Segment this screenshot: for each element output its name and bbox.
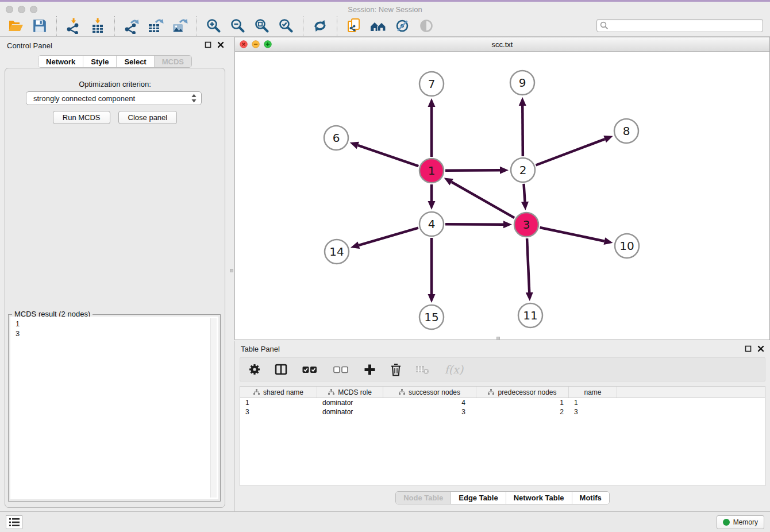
panel-splitter-vertical[interactable] [230,37,234,511]
first-neighbors-icon[interactable] [368,16,388,36]
table-row[interactable]: 3 dominator 3 2 3 [240,407,765,417]
search-input[interactable] [596,19,763,32]
export-network-icon[interactable] [122,16,141,36]
graph-node-11[interactable]: 11 [518,303,542,327]
graph-edge-4-15[interactable] [428,238,436,303]
cell-mcds-role[interactable]: dominator [317,399,383,407]
split-columns-icon[interactable] [274,362,288,377]
close-panel-icon[interactable] [217,41,224,48]
select-all-icon[interactable] [300,362,319,377]
graph-edge-2-8[interactable] [536,136,613,165]
table-row[interactable]: 1 dominator 4 1 1 [240,398,765,407]
splitter-handle[interactable] [496,337,500,340]
column-header-predecessor-nodes[interactable]: predecessor nodes [476,387,569,398]
column-header-name[interactable]: name [569,387,617,398]
graph-edge-2-9[interactable] [519,97,526,156]
cell-shared-name[interactable]: 3 [240,408,317,416]
memory-label: Memory [733,518,758,526]
float-panel-icon[interactable] [205,41,211,48]
cell-predecessor-nodes[interactable]: 1 [476,399,569,407]
deselect-all-icon[interactable] [331,362,351,377]
graph-edge-4-3[interactable] [445,221,512,228]
export-table-icon[interactable] [146,16,165,36]
graph-edge-3-11[interactable] [526,238,533,301]
graph-edge-1-6[interactable] [350,142,419,166]
network-window-title: scc.txt [235,40,769,49]
task-history-button[interactable] [6,515,22,529]
show-graphics-details-icon[interactable] [392,16,412,36]
import-network-icon[interactable] [64,16,83,36]
column-settings-gear-icon[interactable] [247,362,262,377]
graph-edge-4-14[interactable] [351,228,418,249]
graph-node-6[interactable]: 6 [324,126,348,150]
import-table-icon[interactable] [88,16,107,36]
graph-node-label: 1 [428,164,436,178]
status-bar: Memory [0,511,770,532]
tab-network-table[interactable]: Network Table [506,492,572,504]
export-image-icon[interactable] [170,16,190,36]
open-session-icon[interactable] [6,16,25,36]
graph-edge-3-10[interactable] [540,228,613,245]
zoom-out-icon[interactable] [228,16,248,36]
graph-node-14[interactable]: 14 [325,240,349,264]
cell-mcds-role[interactable]: dominator [317,408,383,416]
cell-name[interactable]: 1 [569,399,617,407]
graph-edge-3-1[interactable] [444,178,514,218]
cell-successor-nodes[interactable]: 4 [383,399,476,407]
graph-node-8[interactable]: 8 [614,119,638,143]
toolbar-separator [337,16,337,36]
close-panel-button[interactable]: Close panel [118,111,178,124]
delete-row-trash-icon[interactable] [388,362,403,377]
clone-network-icon[interactable] [344,16,364,36]
graph-node-3[interactable]: 3 [514,213,538,237]
tab-node-table[interactable]: Node Table [396,492,451,504]
cell-shared-name[interactable]: 1 [240,399,317,407]
search-field-wrap [596,19,763,32]
float-table-panel-icon[interactable] [745,345,752,352]
network-canvas[interactable]: 7968124314101511 [235,52,769,340]
tab-motifs[interactable]: Motifs [572,492,609,504]
zoom-in-icon[interactable] [204,16,224,36]
tab-edge-table[interactable]: Edge Table [451,492,505,504]
cell-predecessor-nodes[interactable]: 2 [476,408,569,416]
cell-name[interactable]: 3 [569,408,617,416]
memory-button[interactable]: Memory [717,515,764,529]
graph-node-label: 15 [424,310,438,324]
column-header-successor-nodes[interactable]: successor nodes [383,387,476,398]
network-graph[interactable]: 7968124314101511 [235,52,769,340]
tab-style[interactable]: Style [83,56,116,67]
mcds-result-list[interactable]: 1 3 [10,317,218,499]
zoom-selected-icon[interactable] [276,16,296,36]
graph-node-10[interactable]: 10 [615,234,639,258]
graph-node-15[interactable]: 15 [419,305,444,329]
graph-node-7[interactable]: 7 [419,72,444,96]
close-table-panel-icon[interactable] [757,345,764,352]
tab-network[interactable]: Network [38,56,83,67]
network-view-window: scc.txt 7968124314101511 [234,37,770,340]
column-header-mcds-role[interactable]: MCDS role [317,387,383,398]
column-header-shared-name[interactable]: shared name [240,387,317,398]
cell-successor-nodes[interactable]: 3 [383,408,476,416]
apply-layout-icon[interactable] [310,16,330,36]
graph-edge-1-2[interactable] [445,167,509,174]
search-icon [600,21,609,30]
graph-node-4[interactable]: 4 [419,212,444,236]
result-scrollbar[interactable] [210,318,217,498]
run-mcds-button[interactable]: Run MCDS [53,111,110,124]
add-row-icon[interactable] [362,362,377,377]
graph-edge-1-7[interactable] [428,98,436,157]
tab-select[interactable]: Select [116,56,153,67]
graph-node-2[interactable]: 2 [511,158,535,182]
tab-mcds[interactable]: MCDS [154,56,191,67]
mcds-tab-content: Optimization criterion: strongly connect… [5,68,225,508]
optimization-criterion-select[interactable]: strongly connected component [26,91,202,105]
graph-node-9[interactable]: 9 [510,71,534,95]
toolbar-separator [303,16,303,36]
save-session-icon[interactable] [30,16,49,36]
graph-edge-2-3[interactable] [521,184,529,210]
graph-node-1[interactable]: 1 [419,159,444,183]
network-window-titlebar[interactable]: scc.txt [235,37,769,52]
mcds-result-line: 3 [16,329,218,338]
zoom-fit-icon[interactable] [252,16,272,36]
graph-edge-1-4[interactable] [428,184,436,210]
